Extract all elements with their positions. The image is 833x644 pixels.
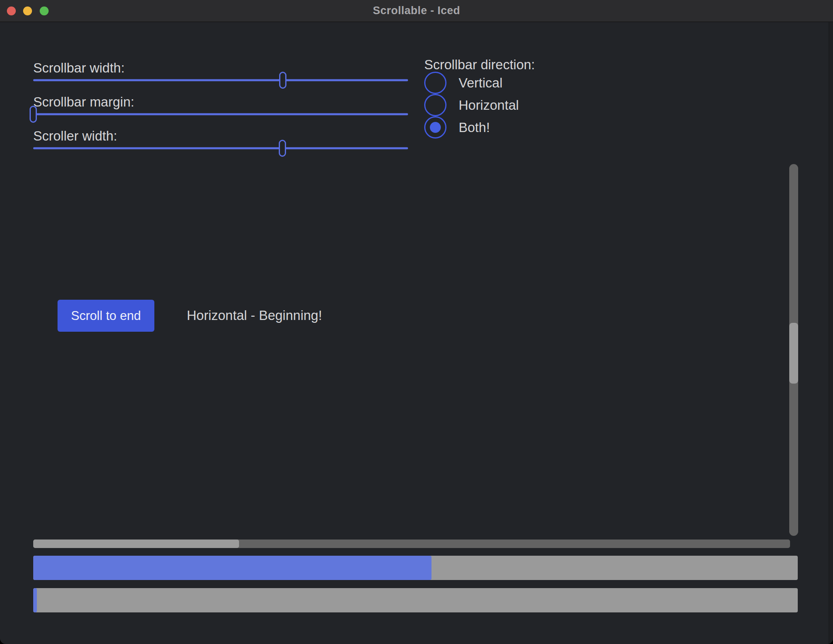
- scroll-status-text: Horizontal - Beginning!: [187, 308, 322, 323]
- radio-circle[interactable]: [424, 116, 446, 139]
- horizontal-scrollbar-thumb[interactable]: [33, 540, 239, 548]
- scrollbar-width-slider[interactable]: [33, 72, 408, 89]
- vertical-scrollbar-thumb[interactable]: [789, 323, 798, 384]
- radio-label[interactable]: Horizontal: [459, 98, 519, 113]
- slider-handle[interactable]: [279, 140, 286, 157]
- scroll-to-end-button-label: Scroll to end: [71, 309, 141, 323]
- titlebar: Scrollable - Iced: [0, 0, 833, 22]
- progress-fill: [33, 588, 37, 612]
- radio-circle[interactable]: [424, 94, 446, 116]
- horizontal-scrollbar[interactable]: [33, 540, 790, 548]
- radio-option-both[interactable]: Both!: [424, 116, 519, 139]
- scrollbar-direction-label: Scrollbar direction:: [424, 57, 535, 73]
- vertical-progress-bar: [33, 588, 798, 612]
- vertical-scrollbar[interactable]: [789, 164, 798, 536]
- radio-option-vertical[interactable]: Vertical: [424, 72, 519, 94]
- slider-track[interactable]: [33, 79, 408, 81]
- horizontal-progress-bar: [33, 556, 798, 580]
- scroller-width-slider[interactable]: [33, 140, 408, 157]
- window-right-edge: [829, 22, 833, 644]
- slider-handle[interactable]: [279, 72, 286, 89]
- radio-label[interactable]: Both!: [459, 120, 490, 135]
- slider-track[interactable]: [33, 113, 408, 115]
- scrollbar-direction-radio-group: Vertical Horizontal Both!: [424, 72, 519, 139]
- window-title: Scrollable - Iced: [0, 0, 833, 21]
- radio-label[interactable]: Vertical: [459, 75, 502, 91]
- progress-fill: [33, 556, 431, 580]
- slider-handle[interactable]: [30, 106, 37, 123]
- scrollbar-margin-slider[interactable]: [33, 106, 408, 123]
- app-window: Scrollable - Iced Scrollbar width: Scrol…: [0, 0, 833, 644]
- slider-track[interactable]: [33, 147, 408, 149]
- radio-option-horizontal[interactable]: Horizontal: [424, 94, 519, 116]
- radio-dot: [430, 122, 441, 133]
- scroll-to-end-button[interactable]: Scroll to end: [58, 300, 154, 332]
- radio-circle[interactable]: [424, 72, 446, 94]
